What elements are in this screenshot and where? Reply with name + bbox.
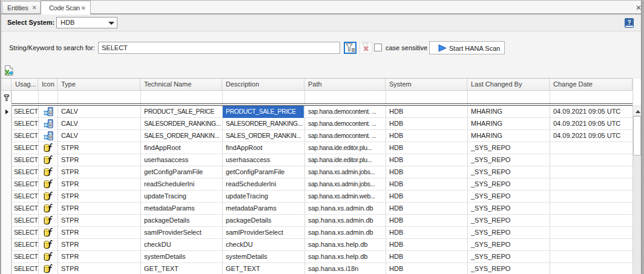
svg-text:?: ? [627,19,631,26]
